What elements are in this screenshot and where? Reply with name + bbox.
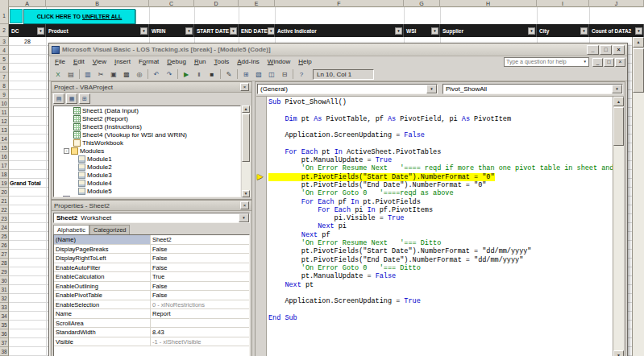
tab-alphabetic[interactable]: Alphabetic — [53, 225, 89, 234]
filter-dropdown-icon[interactable]: ▼ — [395, 27, 402, 35]
filter-header-supplier[interactable]: Supplier▼ — [440, 24, 537, 37]
code-line-18[interactable]: 'On Error Resume Next '=== Ditto — [268, 239, 613, 247]
property-name[interactable]: EnablePivotTable — [54, 291, 151, 300]
filter-header-city[interactable]: City▼ — [537, 24, 589, 37]
menu-help[interactable]: Help — [294, 57, 315, 67]
run-icon[interactable]: ▶ — [180, 68, 193, 80]
object-browser-icon[interactable]: ◫ — [265, 68, 278, 80]
column-header-i[interactable]: I — [537, 0, 589, 7]
select-all-corner[interactable] — [0, 0, 9, 7]
column-header-e[interactable]: E — [239, 0, 275, 7]
highlighted-cell-a1[interactable] — [10, 9, 23, 23]
property-name[interactable]: ScrollArea — [54, 319, 151, 328]
row-header-28[interactable]: 28 — [0, 259, 8, 267]
row-header-24[interactable]: 24 — [0, 223, 8, 232]
row-header-2[interactable]: 2 — [0, 24, 8, 37]
row-header-6[interactable]: 6 — [0, 64, 8, 72]
menu-window[interactable]: Window — [264, 57, 294, 67]
menu-insert[interactable]: Insert — [110, 57, 135, 67]
restore-button[interactable]: □ — [600, 45, 612, 55]
property-value[interactable]: False — [151, 291, 249, 300]
property-value[interactable]: 0 - xlNoRestrictions — [151, 300, 249, 309]
object-dropdown[interactable]: (General) ▼ — [257, 84, 438, 94]
row-header-32[interactable]: 32 — [0, 294, 8, 303]
code-line-9[interactable]: 'On Error Resume Next '==== reqd if more… — [268, 164, 613, 172]
property-value[interactable]: Sheet2 — [151, 235, 249, 244]
property-name[interactable]: (Name) — [54, 235, 151, 244]
project-item-vbaproject-los-tracking-xls[interactable]: +VBAProject (LOS Tracking.xls) — [54, 195, 240, 197]
properties-panel-titlebar[interactable]: Properties - Sheet2 × — [52, 201, 251, 211]
property-name[interactable]: EnableCalculation — [54, 272, 151, 281]
menu-format[interactable]: Format — [135, 57, 163, 67]
project-tree-scrollbar[interactable]: ▲ ▼ — [242, 106, 251, 197]
unfilter-all-button[interactable]: CLICK HERE TO UNFILTER ALL — [23, 9, 135, 24]
view-code-icon[interactable]: ▤ — [53, 93, 64, 104]
property-value[interactable]: False — [151, 263, 249, 272]
row-header-10[interactable]: 10 — [0, 99, 8, 108]
cut-icon[interactable]: ✂ — [94, 68, 107, 80]
filter-dropdown-icon[interactable]: ▼ — [185, 27, 193, 35]
row-header-9[interactable]: 9 — [0, 90, 8, 99]
project-item-module1[interactable]: Module1 — [54, 155, 240, 163]
column-header-g[interactable]: G — [404, 0, 440, 7]
filter-dropdown-icon[interactable]: ▼ — [268, 27, 275, 35]
filter-header-end-date[interactable]: END DATE▼ — [239, 24, 275, 37]
column-header-c[interactable]: C — [149, 0, 194, 7]
menu-run[interactable]: Run — [190, 57, 210, 67]
reset-icon[interactable]: ■ — [206, 68, 218, 80]
close-icon[interactable]: × — [240, 83, 249, 91]
filter-header-active-indicator[interactable]: Active Indicator▼ — [275, 24, 404, 37]
vbe-titlebar[interactable]: Microsoft Visual Basic - LOS Tracking.xl… — [49, 43, 627, 56]
filter-dropdown-icon[interactable]: ▼ — [580, 27, 588, 35]
code-line-17[interactable]: Next pf — [268, 231, 613, 239]
code-line-20[interactable]: pt.PivotFields("End Date").NumberFormat … — [268, 256, 613, 264]
property-name[interactable]: DisplayPageBreaks — [54, 245, 151, 254]
help-search-box[interactable]: Type a question for help ▼ — [504, 57, 589, 67]
row-header-19[interactable]: 19 — [0, 179, 8, 188]
property-value[interactable]: False — [151, 282, 249, 291]
property-name[interactable]: Visible — [54, 337, 151, 346]
project-tree[interactable]: Sheet1 (Data Input)Sheet2 (Report)Sheet3… — [53, 106, 241, 197]
excel-vertical-scrollbar[interactable]: ▲ — [632, 37, 644, 356]
project-item-sheet3-instructions[interactable]: Sheet3 (Instructions) — [54, 122, 240, 130]
expand-icon[interactable]: + — [56, 197, 61, 198]
property-name[interactable]: EnableAutoFilter — [54, 263, 151, 272]
filter-dropdown-icon[interactable]: ▼ — [140, 27, 147, 35]
view-excel-icon[interactable]: X — [52, 68, 64, 80]
row-header-4[interactable]: 4 — [0, 46, 8, 55]
row-header-34[interactable]: 34 — [0, 312, 8, 321]
row-header-33[interactable]: 33 — [0, 303, 8, 312]
code-line-19[interactable]: pt.PivotFields("Start Date").NumberForma… — [268, 247, 613, 255]
filter-dropdown-icon[interactable]: ▼ — [230, 27, 237, 35]
scroll-up-icon[interactable]: ▲ — [242, 106, 250, 113]
menu-debug[interactable]: Debug — [163, 57, 190, 67]
filter-header-dc[interactable]: DC▼ — [9, 24, 46, 37]
code-line-8[interactable]: pt.ManualUpdate = True — [268, 156, 613, 164]
row-header-31[interactable]: 31 — [0, 285, 8, 294]
scroll-thumb[interactable] — [242, 114, 250, 162]
row-header-23[interactable]: 23 — [0, 214, 8, 223]
mdi-restore-button[interactable]: □ — [604, 58, 614, 67]
view-object-icon[interactable]: ▦ — [66, 93, 77, 104]
tab-categorized[interactable]: Categorized — [89, 225, 130, 234]
redo-icon[interactable]: ↷ — [163, 68, 176, 80]
filter-header-start-date[interactable]: START DATE▼ — [194, 24, 239, 37]
code-vertical-scrollbar[interactable]: ▲ ▼ — [613, 97, 624, 356]
scroll-thumb[interactable] — [613, 107, 624, 146]
code-line-22[interactable]: pt.ManualUpdate = False — [268, 272, 613, 280]
row-header-14[interactable]: 14 — [0, 135, 8, 143]
property-value[interactable]: Report — [151, 309, 249, 318]
row-header-21[interactable]: 21 — [0, 197, 8, 205]
code-line-6[interactable] — [268, 139, 613, 147]
row-header-26[interactable]: 26 — [0, 241, 8, 250]
code-line-2[interactable] — [268, 106, 613, 114]
help-icon[interactable]: ? — [295, 68, 308, 80]
row-header-1[interactable]: 1 — [0, 7, 8, 24]
row-header-8[interactable]: 8 — [0, 81, 8, 90]
property-value[interactable]: True — [151, 272, 249, 281]
property-name[interactable]: StandardWidth — [54, 328, 151, 337]
code-line-3[interactable]: Dim pt As PivotTable, pf As PivotField, … — [268, 115, 613, 123]
save-icon[interactable]: ▥ — [81, 68, 94, 80]
grand-total-cell[interactable]: Grand Total — [10, 179, 41, 188]
project-item-sheet4-vlookup-for-wsi-and-wrin[interactable]: Sheet4 (Vlookup for WSI and WRIN) — [54, 130, 240, 139]
